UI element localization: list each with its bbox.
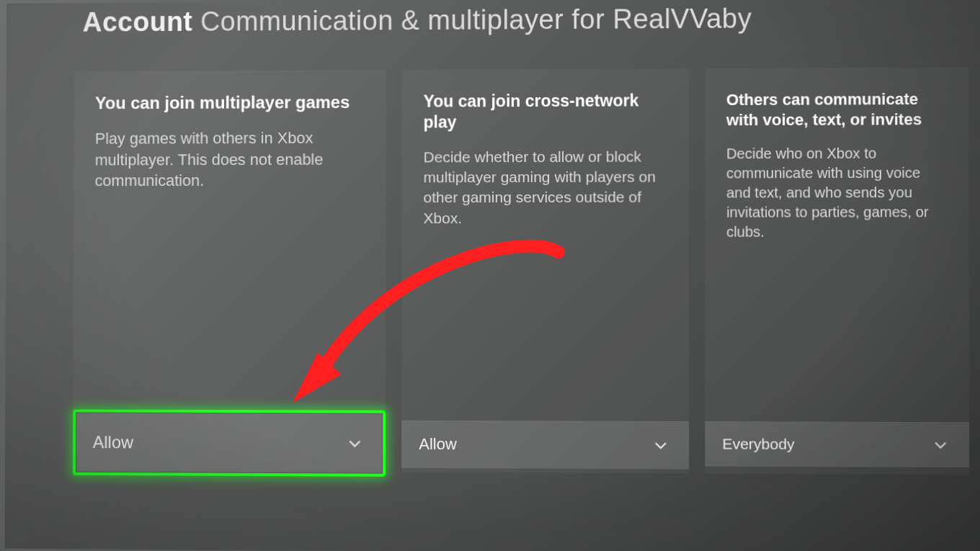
card-description: Play games with others in Xbox multiplay… <box>95 127 365 192</box>
page-title: Account Communication & multiplayer for … <box>6 0 980 38</box>
page-title-sub: Communication & multiplayer for RealVVab… <box>200 3 752 36</box>
card-cross-network-play: You can join cross-network play Decide w… <box>401 68 689 473</box>
dropdown-selected-value: Allow <box>419 435 456 454</box>
card-others-communicate: Others can communicate with voice, text,… <box>705 67 970 475</box>
dropdown-selected-value: Everybody <box>722 435 794 453</box>
card-title: You can join cross-network play <box>424 90 667 133</box>
page-title-section: Account <box>83 6 193 37</box>
chevron-down-icon <box>931 435 950 454</box>
chevron-down-icon <box>651 436 669 454</box>
xbox-privacy-settings-page: Account Communication & multiplayer for … <box>5 0 980 551</box>
settings-cards-row: You can join multiplayer games Play game… <box>73 67 980 475</box>
card-join-multiplayer: You can join multiplayer games Play game… <box>73 70 386 472</box>
chevron-down-icon <box>346 434 365 452</box>
card-description: Decide who on Xbox to communicate with u… <box>726 143 947 241</box>
card-description: Decide whether to allow or block multipl… <box>424 146 667 228</box>
card-title: You can join multiplayer games <box>95 91 365 114</box>
dropdown-others-communicate[interactable]: Everybody <box>705 421 969 467</box>
card-title: Others can communicate with voice, text,… <box>726 89 947 130</box>
dropdown-cross-network-play[interactable]: Allow <box>401 421 689 470</box>
dropdown-selected-value: Allow <box>93 432 133 452</box>
dropdown-join-multiplayer[interactable]: Allow <box>73 409 386 476</box>
